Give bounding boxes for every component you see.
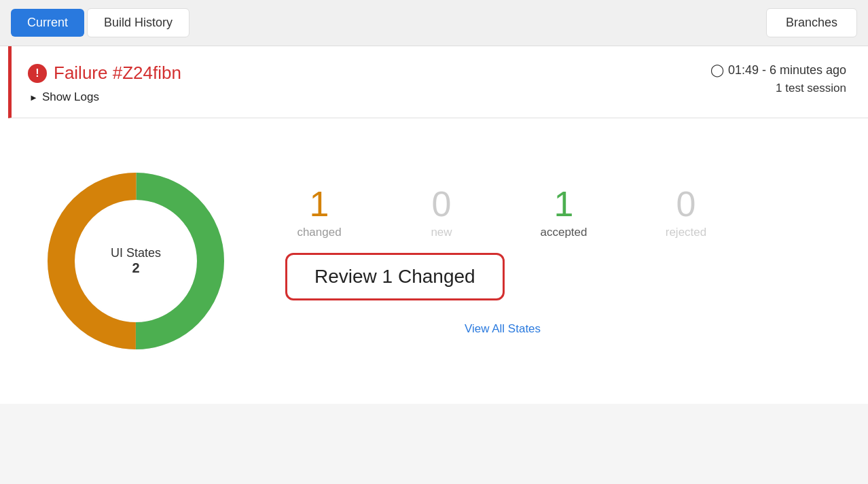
build-title-text: Failure #Z24fibn bbox=[54, 63, 181, 84]
show-logs-label: Show Logs bbox=[42, 90, 99, 104]
accepted-label: accepted bbox=[541, 226, 587, 239]
build-status: Failure bbox=[54, 63, 107, 83]
show-logs-button[interactable]: ► Show Logs bbox=[28, 90, 181, 104]
new-label: new bbox=[431, 226, 452, 239]
build-right: ◯ 01:49 - 6 minutes ago 1 test session bbox=[710, 63, 846, 95]
build-id: #Z24fibn bbox=[113, 63, 181, 83]
build-left: ! Failure #Z24fibn ► Show Logs bbox=[28, 63, 181, 104]
build-time: ◯ 01:49 - 6 minutes ago bbox=[710, 63, 846, 77]
main-content: ! Failure #Z24fibn ► Show Logs ◯ 01:49 -… bbox=[0, 46, 868, 404]
tab-bar: Current Build History Branches bbox=[0, 0, 868, 46]
stat-rejected: 0 rejected bbox=[652, 186, 720, 239]
rejected-value: 0 bbox=[676, 186, 696, 222]
stats-section: UI States 2 1 changed 0 new 1 accepted bbox=[0, 118, 868, 404]
stat-changed: 1 changed bbox=[285, 186, 353, 239]
changed-label: changed bbox=[297, 226, 341, 239]
rejected-label: rejected bbox=[666, 226, 706, 239]
donut-label-title: UI States bbox=[111, 246, 161, 260]
clock-icon: ◯ bbox=[710, 63, 724, 77]
stats-right: 1 changed 0 new 1 accepted 0 rejected bbox=[285, 186, 720, 336]
test-session: 1 test session bbox=[710, 82, 846, 95]
donut-label: UI States 2 bbox=[111, 246, 161, 276]
accepted-value: 1 bbox=[554, 186, 574, 222]
stats-row: 1 changed 0 new 1 accepted 0 rejected bbox=[285, 186, 720, 239]
failure-icon: ! bbox=[28, 64, 47, 83]
tab-group: Current Build History bbox=[11, 8, 189, 37]
tab-build-history[interactable]: Build History bbox=[87, 8, 189, 37]
arrow-icon: ► bbox=[29, 92, 38, 103]
review-button-container: Review 1 Changed bbox=[285, 253, 720, 300]
tab-current[interactable]: Current bbox=[11, 9, 84, 37]
build-info-section: ! Failure #Z24fibn ► Show Logs ◯ 01:49 -… bbox=[8, 46, 868, 118]
new-value: 0 bbox=[432, 186, 452, 222]
donut-label-count: 2 bbox=[111, 260, 161, 276]
view-all-states-container: View All States bbox=[285, 322, 720, 336]
build-time-text: 01:49 - 6 minutes ago bbox=[728, 63, 846, 77]
stat-accepted: 1 accepted bbox=[530, 186, 598, 239]
changed-value: 1 bbox=[310, 186, 329, 222]
branches-button[interactable]: Branches bbox=[766, 8, 857, 37]
view-all-states-link[interactable]: View All States bbox=[465, 322, 541, 335]
donut-chart: UI States 2 bbox=[41, 166, 231, 356]
review-changed-button[interactable]: Review 1 Changed bbox=[285, 253, 505, 300]
stat-new: 0 new bbox=[408, 186, 475, 239]
build-title: ! Failure #Z24fibn bbox=[28, 63, 181, 84]
